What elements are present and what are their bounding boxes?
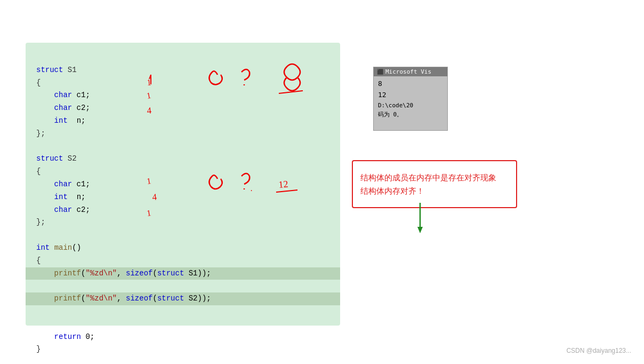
terminal-title: Microsoft Vis	[385, 68, 431, 75]
code-panel: struct S1 { char c1; char c2; int n; }; …	[26, 43, 340, 326]
terminal-output-3: D:\code\20	[378, 101, 443, 110]
terminal-body: 8 12 D:\code\20 码为 0。	[374, 76, 447, 122]
annotation-line1: 结构体的成员在内存中是存在对齐现象	[360, 173, 496, 182]
annotation-box: 结构体的成员在内存中是存在对齐现象 结构体内存对齐！	[352, 160, 517, 208]
terminal-window: ⬛ Microsoft Vis 8 12 D:\code\20 码为 0。	[373, 67, 448, 131]
annotation-text: 结构体的成员在内存中是存在对齐现象 结构体内存对齐！	[360, 171, 509, 198]
watermark-text: CSDN @daiyang123...	[566, 347, 631, 354]
terminal-icon: ⬛	[377, 69, 383, 75]
terminal-output-2: 12	[378, 90, 443, 101]
annotation-line2: 结构体内存对齐！	[360, 186, 424, 195]
struct-s1-keyword: struct	[36, 66, 63, 74]
svg-marker-11	[417, 227, 423, 233]
int-keyword: int	[36, 243, 50, 252]
terminal-output-1: 8	[378, 78, 443, 90]
terminal-output-4: 码为 0。	[378, 110, 443, 120]
terminal-titlebar: ⬛ Microsoft Vis	[374, 67, 447, 76]
watermark: CSDN @daiyang123...	[566, 347, 631, 354]
code-content: struct S1 { char c1; char c2; int n; }; …	[36, 51, 329, 356]
